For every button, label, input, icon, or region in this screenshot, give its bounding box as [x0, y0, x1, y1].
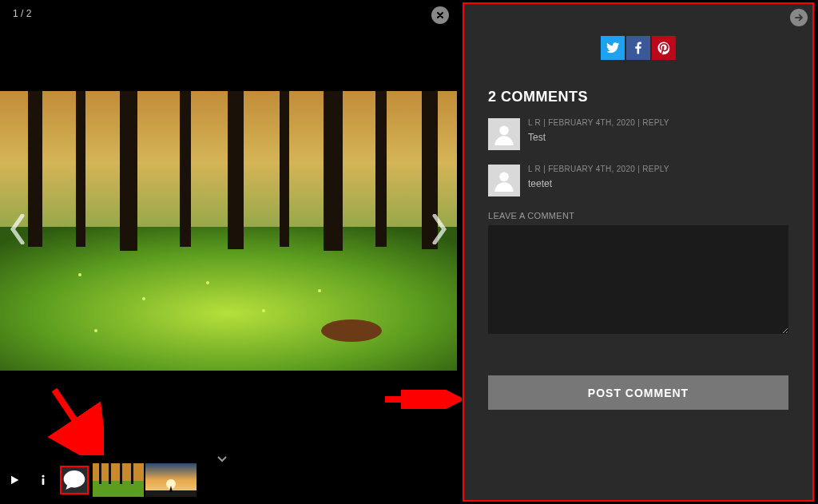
comment-meta: L R | FEBRUARY 4TH, 2020 | REPLY	[528, 118, 669, 127]
chevron-left-icon	[8, 214, 27, 244]
svg-point-12	[321, 319, 382, 342]
svg-rect-5	[120, 91, 137, 251]
close-button[interactable]	[431, 6, 449, 24]
svg-rect-8	[280, 91, 289, 247]
user-icon	[493, 123, 515, 145]
comment-item: L R | FEBRUARY 4TH, 2020 | REPLY Test	[488, 118, 788, 150]
thumbnail-2[interactable]	[145, 463, 197, 497]
annotation-arrow-1	[48, 383, 104, 455]
next-button[interactable]	[430, 214, 449, 248]
svg-rect-6	[180, 91, 191, 247]
chevron-down-icon	[217, 456, 227, 462]
image-counter: 1 / 2	[13, 8, 31, 19]
svg-rect-25	[120, 463, 122, 484]
svg-point-18	[94, 329, 97, 332]
social-share-row	[488, 36, 788, 60]
user-icon	[493, 169, 515, 192]
svg-line-30	[54, 390, 92, 446]
arrow-right-icon	[793, 12, 804, 23]
info-button[interactable]	[29, 462, 58, 498]
avatar	[488, 118, 520, 150]
play-button[interactable]	[0, 462, 29, 498]
annotation-arrow-2	[382, 390, 462, 409]
comment-item: L R | FEBRUARY 4TH, 2020 | REPLY teetet	[488, 165, 788, 196]
thumbnail-strip	[93, 463, 197, 497]
svg-rect-4	[76, 91, 85, 247]
share-pinterest-button[interactable]	[652, 36, 676, 60]
svg-point-33	[499, 173, 509, 182]
thumbnail-collapse-button[interactable]	[217, 451, 227, 466]
svg-rect-3	[28, 91, 42, 247]
svg-rect-26	[131, 463, 133, 484]
collapse-panel-button[interactable]	[790, 9, 808, 26]
image-viewer: 1 / 2	[0, 0, 457, 504]
chevron-right-icon	[430, 214, 449, 244]
thumbnail-1[interactable]	[93, 463, 144, 497]
pinterest-icon	[657, 41, 671, 55]
close-icon	[435, 10, 445, 20]
svg-rect-10	[375, 91, 387, 247]
prev-button[interactable]	[8, 214, 27, 248]
reply-link[interactable]: REPLY	[642, 118, 669, 127]
svg-point-17	[318, 289, 321, 292]
svg-rect-20	[42, 478, 45, 485]
svg-point-19	[42, 474, 45, 477]
svg-rect-9	[324, 91, 343, 251]
speech-bubble-icon	[62, 467, 87, 493]
svg-point-14	[142, 297, 145, 300]
play-icon	[8, 474, 21, 486]
facebook-icon	[631, 41, 645, 55]
svg-point-13	[78, 273, 81, 276]
svg-point-16	[262, 309, 265, 312]
main-image	[0, 91, 457, 371]
share-twitter-button[interactable]	[601, 36, 625, 60]
svg-rect-23	[99, 463, 101, 484]
comment-meta: L R | FEBRUARY 4TH, 2020 | REPLY	[528, 165, 669, 173]
svg-rect-24	[109, 463, 111, 484]
avatar	[488, 165, 520, 196]
info-icon	[37, 474, 50, 486]
post-comment-button[interactable]: POST COMMENT	[488, 375, 788, 410]
svg-rect-7	[228, 91, 244, 249]
reply-link[interactable]: REPLY	[642, 165, 669, 173]
comment-text: Test	[528, 132, 669, 143]
comment-textarea[interactable]	[488, 225, 788, 334]
comments-panel: 2 COMMENTS L R | FEBRUARY 4TH, 2020 | RE…	[463, 2, 814, 502]
comments-toggle-button[interactable]	[60, 466, 89, 494]
svg-point-15	[206, 281, 209, 284]
leave-comment-label: LEAVE A COMMENT	[488, 211, 788, 220]
twitter-icon	[606, 41, 620, 55]
comment-text: teetet	[528, 178, 669, 189]
svg-point-32	[499, 126, 509, 136]
comments-heading: 2 COMMENTS	[488, 89, 788, 105]
bottom-toolbar	[0, 458, 197, 502]
share-facebook-button[interactable]	[626, 36, 650, 60]
